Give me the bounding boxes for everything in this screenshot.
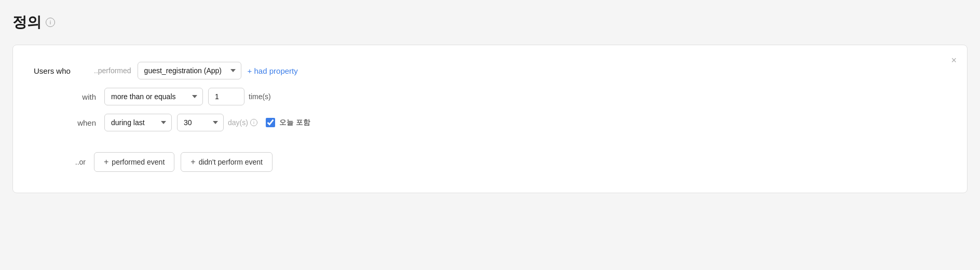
users-who-row: Users who ..performed guest_registration…: [34, 62, 946, 79]
performed-label: ..performed: [94, 66, 131, 75]
didnt-perform-button[interactable]: + didn't perform event: [181, 152, 273, 172]
when-label: when: [34, 118, 96, 127]
had-property-button[interactable]: + had property: [248, 66, 298, 75]
performed-event-button[interactable]: + performed event: [94, 152, 174, 172]
plus-icon-1: +: [104, 157, 108, 167]
page-title-area: 정의 i: [12, 12, 968, 32]
users-who-label: Users who: [34, 66, 86, 75]
with-label: with: [34, 92, 96, 101]
bottom-row: ..or + performed event + didn't perform …: [34, 148, 946, 172]
frequency-dropdown[interactable]: more than or equals less than exactly: [104, 88, 203, 105]
times-input[interactable]: [208, 88, 244, 105]
event-dropdown[interactable]: guest_registration (App): [138, 62, 241, 79]
include-today-checkbox[interactable]: [266, 118, 275, 127]
when-row: when during last between on 30 7 14 60 9…: [34, 114, 946, 131]
include-today-label: 오늘 포함: [279, 118, 310, 127]
definition-card: × Users who ..performed guest_registrati…: [12, 45, 968, 193]
days-unit-area: day(s) i: [228, 118, 257, 127]
days-info-icon[interactable]: i: [250, 119, 257, 126]
performed-event-label: performed event: [112, 158, 165, 166]
days-unit-label: day(s): [228, 118, 248, 127]
didnt-perform-label: didn't perform event: [199, 158, 263, 166]
when-dropdown[interactable]: during last between on: [104, 114, 172, 131]
times-unit-label: time(s): [249, 92, 271, 101]
close-button[interactable]: ×: [949, 53, 959, 67]
page-title: 정의: [12, 12, 42, 32]
frequency-row: with more than or equals less than exact…: [34, 88, 946, 105]
days-dropdown[interactable]: 30 7 14 60 90: [177, 114, 224, 131]
or-label: ..or: [34, 158, 86, 166]
info-icon[interactable]: i: [46, 18, 55, 27]
include-today-wrapper: 오늘 포함: [266, 118, 310, 127]
plus-icon-2: +: [190, 157, 195, 167]
